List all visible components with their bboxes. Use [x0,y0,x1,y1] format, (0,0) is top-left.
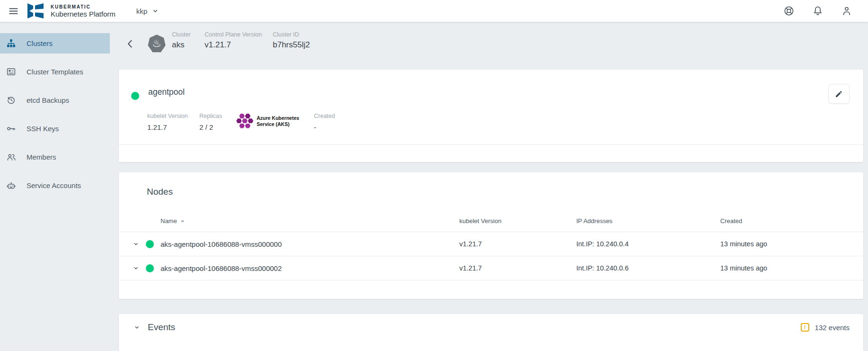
topbar-right [783,5,868,17]
brand-line1: KUBERMATIC [51,4,116,9]
metric-kubelet-version: kubelet Version 1.21.7 [147,113,199,131]
field-label: Control Plane Version [205,31,262,38]
field-label: Cluster ID [273,31,310,38]
topbar: KUBERMATIC Kubernetes Platform kkp [0,0,868,22]
metric-label: Created [314,113,335,119]
sidebar-item-cluster-templates[interactable]: Cluster Templates [0,62,110,82]
sidebar-item-label: Clusters [27,39,53,47]
table-row[interactable]: aks-agentpool-10686088-vmss000002 v1.21.… [119,256,863,280]
etcd-backups-icon [6,95,16,105]
clusters-icon [6,38,16,48]
column-header-name[interactable]: Name [119,217,459,225]
kubernetes-icon: ♨ [148,35,166,53]
node-kubelet-version: v1.21.7 [459,264,576,272]
status-dot [131,92,139,100]
field-value: aks [172,40,191,50]
edit-machine-deployment-button[interactable] [828,84,850,104]
column-header-created: Created [720,217,863,225]
pencil-icon [835,90,843,98]
status-dot [146,264,154,272]
node-name: aks-agentpool-10686088-vmss000002 [161,264,282,272]
field-label: Cluster [172,31,191,38]
machine-deployment-name: agentpool [148,87,185,97]
sidebar-item-members[interactable]: Members [0,147,110,167]
cluster-templates-icon [6,67,16,77]
sidebar-item-label: etcd Backups [27,96,69,104]
node-kubelet-version: v1.21.7 [459,240,576,248]
machine-deployment-card: agentpool kubelet Version 1.21.7 Replica… [119,70,863,162]
metric-value: 2 / 2 [199,123,236,131]
cluster-header-field-cluster-id: Cluster ID b7hrs55lj2 [273,31,310,50]
column-header-ip-addresses: IP Addresses [576,217,720,225]
provider-name-line1: Azure Kubernetes [257,115,299,121]
kubermatic-cluster-detail-page: KUBERMATIC Kubernetes Platform kkp [0,0,868,351]
sidebar-item-ssh-keys[interactable]: SSH Keys [0,118,110,139]
user-icon[interactable] [841,5,852,17]
brand-line2: Kubernetes Platform [51,10,116,18]
sidebar-item-label: Cluster Templates [27,68,83,76]
metric-value: 1.21.7 [147,123,199,131]
expand-row-icon[interactable] [132,240,140,248]
back-button[interactable] [124,37,137,50]
notifications-icon[interactable] [812,5,823,17]
project-name: kkp [136,7,147,15]
machine-deployment-metrics: kubelet Version 1.21.7 Replicas 2 / 2 [147,113,335,131]
metric-replicas: Replicas 2 / 2 [199,113,236,131]
collapse-events-icon[interactable] [133,324,141,331]
node-ip: Int.IP: 10.240.0.4 [576,240,720,248]
help-icon[interactable] [783,5,795,17]
column-label: Name [161,217,177,225]
metric-value: - [314,123,335,131]
node-created: 13 minutes ago [720,240,863,248]
kubermatic-logo-icon [27,3,45,19]
metric-label: kubelet Version [147,113,199,119]
brand-text: KUBERMATIC Kubernetes Platform [51,4,116,18]
sort-ascending-icon [180,218,185,224]
sidebar-item-etcd-backups[interactable]: etcd Backups [0,90,110,110]
metric-label: Replicas [199,113,236,119]
events-count: 132 events [815,324,850,332]
chevron-down-icon [151,7,160,15]
column-header-kubelet-version: kubelet Version [459,217,576,225]
nodes-title: Nodes [147,187,173,197]
field-value: b7hrs55lj2 [273,40,310,50]
nodes-table-body: aks-agentpool-10686088-vmss000000 v1.21.… [119,232,863,280]
project-selector[interactable]: kkp [136,7,160,15]
provider-name: Azure Kubernetes Service (AKS) [257,115,299,127]
cluster-header-field-control-plane-version: Control Plane Version v1.21.7 [205,31,262,50]
provider-name-line2: Service (AKS) [257,121,289,127]
sidebar: Clusters Cluster Templates etcd Backups … [0,22,110,351]
node-created: 13 minutes ago [720,264,863,272]
ssh-keys-icon [6,124,16,134]
sidebar-item-label: Members [27,153,56,161]
nodes-table-header: Name kubelet Version IP Addresses Create… [119,210,863,232]
table-row[interactable]: aks-agentpool-10686088-vmss000000 v1.21.… [119,232,863,256]
sidebar-item-service-accounts[interactable]: Service Accounts [0,175,110,196]
warning-icon: ! [801,323,809,332]
sidebar-item-clusters[interactable]: Clusters [0,33,110,54]
hamburger-icon [8,6,19,17]
nodes-card: Nodes Name kubelet Version IP Addresses … [119,172,863,299]
aks-logo [236,114,253,128]
events-card: Events ! 132 events [119,314,863,351]
status-dot [146,240,154,248]
metric-created: Created - [314,113,335,131]
members-icon [6,152,16,162]
events-title: Events [148,322,175,333]
card-divider [119,144,863,145]
sidebar-item-label: Service Accounts [27,181,81,189]
node-name: aks-agentpool-10686088-vmss000000 [161,240,282,248]
sidebar-item-label: SSH Keys [27,125,59,133]
expand-row-icon[interactable] [132,264,140,272]
chevron-left-icon [125,38,136,49]
field-value: v1.21.7 [205,40,262,50]
node-ip: Int.IP: 10.240.0.6 [576,264,720,272]
service-accounts-icon [6,180,16,190]
menu-toggle-button[interactable] [6,3,21,18]
provider-block: Azure Kubernetes Service (AKS) [236,114,314,128]
cluster-header-field-cluster: Cluster aks [172,31,191,50]
